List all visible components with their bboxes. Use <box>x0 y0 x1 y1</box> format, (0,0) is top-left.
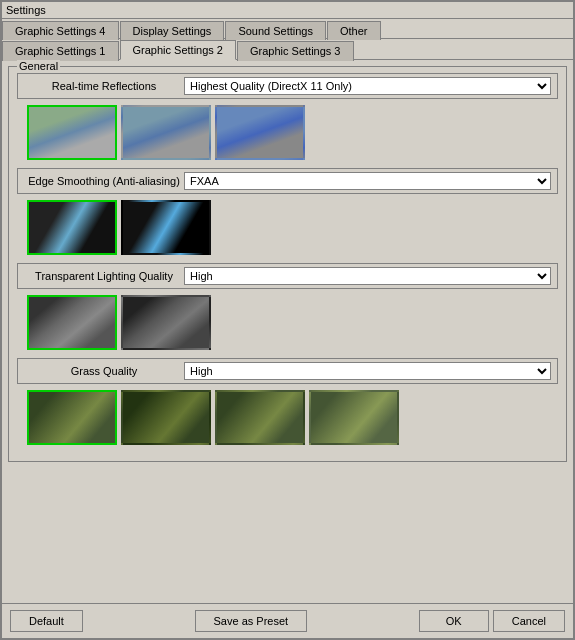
group-label: General <box>17 60 60 72</box>
grass-label: Grass Quality <box>24 365 184 377</box>
lighting-label: Transparent Lighting Quality <box>24 270 184 282</box>
grass-select[interactable]: High Medium Low <box>184 362 551 380</box>
title-bar: Settings <box>2 2 573 19</box>
general-group: General Real-time Reflections Highest Qu… <box>8 66 567 462</box>
reflections-label: Real-time Reflections <box>24 80 184 92</box>
grass-row: Grass Quality High Medium Low <box>17 358 558 384</box>
reflection-preview-1[interactable] <box>27 105 117 160</box>
default-button[interactable]: Default <box>10 610 83 632</box>
lighting-previews <box>17 295 558 350</box>
lighting-control: High Medium Low <box>184 267 551 285</box>
tab-display-settings[interactable]: Display Settings <box>120 21 225 40</box>
grass-previews <box>17 390 558 445</box>
grass-preview-4[interactable] <box>309 390 399 445</box>
cancel-button[interactable]: Cancel <box>493 610 565 632</box>
reflections-previews <box>17 105 558 160</box>
tab-row-1: Graphic Settings 4 Display Settings Soun… <box>2 19 573 39</box>
antialiasing-row: Edge Smoothing (Anti-aliasing) FXAA MSAA… <box>17 168 558 194</box>
reflection-preview-2[interactable] <box>121 105 211 160</box>
bottom-bar: Default Save as Preset OK Cancel <box>2 603 573 638</box>
grass-control: High Medium Low <box>184 362 551 380</box>
lighting-row: Transparent Lighting Quality High Medium… <box>17 263 558 289</box>
window-title: Settings <box>6 4 46 16</box>
tab-other[interactable]: Other <box>327 21 381 40</box>
save-preset-button[interactable]: Save as Preset <box>195 610 308 632</box>
aa-previews <box>17 200 558 255</box>
antialiasing-control: FXAA MSAA 2x MSAA 4x MSAA 8x Off <box>184 172 551 190</box>
ok-cancel-group: OK Cancel <box>419 610 565 632</box>
reflections-select[interactable]: Highest Quality (DirectX 11 Only) High M… <box>184 77 551 95</box>
reflection-preview-3[interactable] <box>215 105 305 160</box>
grass-preview-2[interactable] <box>121 390 211 445</box>
antialiasing-select[interactable]: FXAA MSAA 2x MSAA 4x MSAA 8x Off <box>184 172 551 190</box>
tab-graphic-settings-2[interactable]: Graphic Settings 2 <box>120 40 237 60</box>
main-content: General Real-time Reflections Highest Qu… <box>2 60 573 603</box>
tab-graphic-settings-1[interactable]: Graphic Settings 1 <box>2 41 119 61</box>
tab-row-2: Graphic Settings 1 Graphic Settings 2 Gr… <box>2 39 573 60</box>
ok-button[interactable]: OK <box>419 610 489 632</box>
lighting-select[interactable]: High Medium Low <box>184 267 551 285</box>
tab-graphic-settings-3[interactable]: Graphic Settings 3 <box>237 41 354 61</box>
antialiasing-label: Edge Smoothing (Anti-aliasing) <box>24 175 184 187</box>
lighting-preview-2[interactable] <box>121 295 211 350</box>
tab-graphic-settings-4[interactable]: Graphic Settings 4 <box>2 21 119 40</box>
tab-sound-settings[interactable]: Sound Settings <box>225 21 326 40</box>
settings-window: Settings Graphic Settings 4 Display Sett… <box>0 0 575 640</box>
aa-preview-1[interactable] <box>27 200 117 255</box>
reflections-control: Highest Quality (DirectX 11 Only) High M… <box>184 77 551 95</box>
lighting-preview-1[interactable] <box>27 295 117 350</box>
reflections-row: Real-time Reflections Highest Quality (D… <box>17 73 558 99</box>
aa-preview-2[interactable] <box>121 200 211 255</box>
grass-preview-3[interactable] <box>215 390 305 445</box>
grass-preview-1[interactable] <box>27 390 117 445</box>
